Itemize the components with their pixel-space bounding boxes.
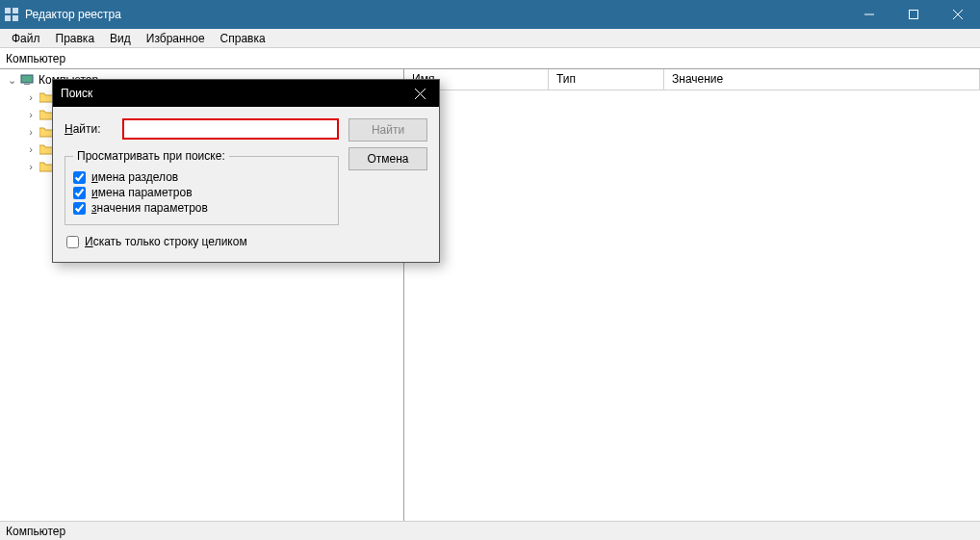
chevron-right-icon[interactable]: › [25,109,37,120]
find-input[interactable] [122,118,339,140]
list-header: Имя Тип Значение [404,69,980,90]
menu-favorites[interactable]: Избранное [139,30,213,47]
window-controls [847,0,980,29]
svg-rect-8 [21,75,33,83]
chk-keys-label: имена разделов [91,170,178,184]
minimize-button[interactable] [847,0,891,29]
window-title: Редактор реестра [25,8,847,21]
list-pane[interactable]: Имя Тип Значение [404,69,980,521]
address-bar[interactable]: Компьютер [0,48,980,69]
chevron-right-icon[interactable]: › [25,161,37,172]
computer-icon [19,72,35,88]
chk-data[interactable] [73,202,86,215]
maximize-button[interactable] [891,0,936,29]
chk-whole-label: Искать только строку целиком [85,235,247,248]
lookat-group: Просматривать при поиске: имена разделов… [64,149,339,225]
lookat-legend: Просматривать при поиске: [73,149,229,163]
chk-keys[interactable] [73,171,86,184]
dialog-title: Поиск [61,87,400,100]
address-text: Компьютер [6,52,65,65]
chevron-right-icon[interactable]: › [25,126,37,138]
status-text: Компьютер [6,525,65,538]
chk-whole-string[interactable] [66,236,79,248]
menu-view[interactable]: Вид [102,30,139,47]
chevron-right-icon[interactable]: › [25,143,37,155]
status-bar: Компьютер [0,521,980,540]
svg-rect-2 [5,15,11,21]
cancel-button[interactable]: Отмена [348,147,427,170]
window-title-bar: Редактор реестра [0,0,980,29]
svg-rect-1 [13,8,18,13]
col-header-value[interactable]: Значение [664,69,980,90]
menu-bar: Файл Правка Вид Избранное Справка [0,29,980,48]
find-dialog: Поиск Найти: Просматривать при поиске: и… [52,79,440,263]
chk-data-label: значения параметров [91,201,208,215]
find-next-button[interactable]: Найти далее [348,118,427,141]
svg-rect-5 [910,11,918,19]
svg-rect-9 [24,84,30,85]
svg-rect-0 [5,8,11,13]
chevron-right-icon[interactable]: › [25,91,37,103]
col-header-type[interactable]: Тип [549,69,664,90]
chevron-down-icon[interactable]: ⌄ [6,74,17,87]
close-button[interactable] [936,0,980,29]
dialog-body: Найти: Просматривать при поиске: имена р… [53,107,439,262]
svg-rect-3 [13,15,18,21]
dialog-title-bar[interactable]: Поиск [53,80,439,107]
menu-edit[interactable]: Правка [48,30,103,47]
dialog-close-button[interactable] [400,80,439,107]
regedit-app-icon [4,7,19,22]
chk-values-label: имена параметров [91,186,193,199]
menu-file[interactable]: Файл [4,30,48,47]
find-label: Найти: [64,122,122,136]
menu-help[interactable]: Справка [213,30,273,47]
chk-values[interactable] [73,187,86,199]
